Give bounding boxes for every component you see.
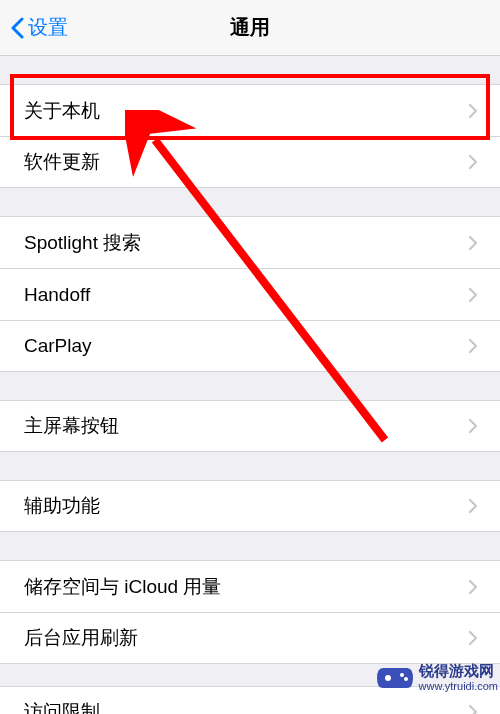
section-gap <box>0 188 500 216</box>
svg-point-2 <box>400 673 404 677</box>
row-label: 辅助功能 <box>24 493 100 519</box>
chevron-right-icon <box>468 498 478 514</box>
row-label: CarPlay <box>24 335 92 357</box>
svg-point-3 <box>404 677 408 681</box>
chevron-right-icon <box>468 235 478 251</box>
back-label: 设置 <box>28 14 68 41</box>
row-label: 访问限制 <box>24 699 100 714</box>
watermark: 锐得游戏网 www.ytruidi.com <box>377 663 498 692</box>
section-gap <box>0 372 500 400</box>
section-gap <box>0 56 500 84</box>
row-handoff[interactable]: Handoff <box>0 268 500 320</box>
back-button[interactable]: 设置 <box>10 14 68 41</box>
row-label: Spotlight 搜索 <box>24 230 141 256</box>
row-label: 储存空间与 iCloud 用量 <box>24 574 221 600</box>
watermark-name: 锐得游戏网 <box>419 663 498 680</box>
page-title: 通用 <box>0 14 500 41</box>
row-accessibility[interactable]: 辅助功能 <box>0 480 500 532</box>
row-storage[interactable]: 储存空间与 iCloud 用量 <box>0 560 500 612</box>
chevron-right-icon <box>468 154 478 170</box>
svg-point-1 <box>385 675 391 681</box>
row-label: 软件更新 <box>24 149 100 175</box>
section-gap <box>0 532 500 560</box>
nav-header: 设置 通用 <box>0 0 500 56</box>
chevron-right-icon <box>468 338 478 354</box>
row-label: 主屏幕按钮 <box>24 413 119 439</box>
section-gap <box>0 452 500 480</box>
row-label: 关于本机 <box>24 98 100 124</box>
row-label: Handoff <box>24 284 90 306</box>
watermark-text: 锐得游戏网 www.ytruidi.com <box>419 663 498 692</box>
row-home-button[interactable]: 主屏幕按钮 <box>0 400 500 452</box>
watermark-url: www.ytruidi.com <box>419 680 498 692</box>
chevron-right-icon <box>468 287 478 303</box>
row-label: 后台应用刷新 <box>24 625 138 651</box>
chevron-right-icon <box>468 704 478 714</box>
row-spotlight[interactable]: Spotlight 搜索 <box>0 216 500 268</box>
chevron-left-icon <box>10 17 24 39</box>
chevron-right-icon <box>468 579 478 595</box>
chevron-right-icon <box>468 630 478 646</box>
row-background-refresh[interactable]: 后台应用刷新 <box>0 612 500 664</box>
chevron-right-icon <box>468 418 478 434</box>
chevron-right-icon <box>468 103 478 119</box>
watermark-logo-icon <box>377 664 413 692</box>
row-carplay[interactable]: CarPlay <box>0 320 500 372</box>
row-about[interactable]: 关于本机 <box>0 84 500 136</box>
row-software-update[interactable]: 软件更新 <box>0 136 500 188</box>
